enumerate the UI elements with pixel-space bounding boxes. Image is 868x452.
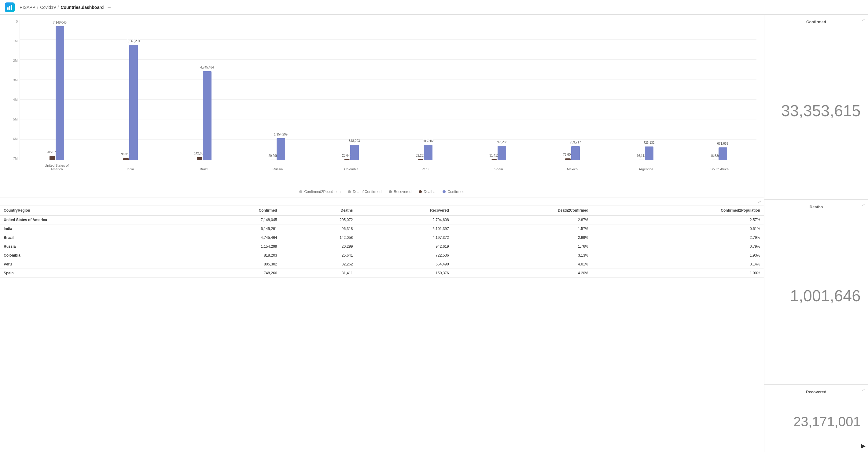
- cell-recovered-5: 664,490: [357, 260, 453, 269]
- kpi-confirmed-title: Confirmed: [769, 20, 863, 24]
- y-label-4m: 4M: [13, 98, 18, 101]
- deaths-bar-5[interactable]: 32,262: [418, 159, 423, 160]
- confirmed-bar-3[interactable]: 1,154,299: [277, 138, 285, 160]
- kpi-deaths: ⤢ Deaths 1,001,646: [765, 200, 868, 385]
- left-panel: 7M 6M 5M 4M 3M 2M 1M 0: [0, 15, 764, 452]
- chart-group-5: 32,262805,302Peru: [388, 20, 462, 160]
- confirmed-bar-0[interactable]: 7,148,045: [56, 26, 64, 160]
- cell-confirmed2pop-6: 1.90%: [592, 269, 764, 278]
- bars-wrapper-8: 16,113723,132: [609, 20, 683, 160]
- col-confirmed2pop: Confirmed2Population: [592, 206, 764, 215]
- confirmed-dot: [442, 190, 445, 193]
- legend-recovered-label: Recovered: [394, 190, 411, 194]
- bars-wrapper-5: 32,262805,302: [388, 20, 462, 160]
- cell-confirmed-5: 805,302: [186, 260, 281, 269]
- cell-confirmed2pop-5: 3.14%: [592, 260, 764, 269]
- confirmed-label-6: 748,266: [496, 140, 507, 144]
- confirmed-bar-2[interactable]: 4,745,464: [203, 71, 212, 160]
- deaths-bar-0[interactable]: 205,072: [50, 156, 55, 160]
- bars-wrapper-1: 96,3186,145,291: [94, 20, 167, 160]
- main-layout: 7M 6M 5M 4M 3M 2M 1M 0: [0, 15, 868, 452]
- x-label-1: India: [117, 167, 144, 171]
- table-row[interactable]: Spain 748,266 31,411 150,376 4.20% 1.90%: [0, 269, 764, 278]
- chart-group-6: 31,411748,266Spain: [462, 20, 535, 160]
- kpi-deaths-value: 1,001,646: [769, 212, 863, 380]
- deaths-bar-9[interactable]: 16,586: [712, 160, 718, 160]
- table-expand-icon[interactable]: ⤢: [758, 200, 761, 204]
- col-country: CountryRegion: [0, 206, 186, 215]
- app-name[interactable]: IRISAPP: [18, 5, 35, 10]
- kpi-recovered-title: Recovered: [769, 390, 863, 394]
- kpi-recovered-value: 23,171,001: [769, 397, 863, 447]
- cell-death2confirmed-6: 4.20%: [453, 269, 592, 278]
- chart-legend: Confirmed2Population Death2Confirmed Rec…: [7, 187, 756, 195]
- y-label-7m: 7M: [13, 157, 18, 160]
- y-label-6m: 6M: [13, 137, 18, 141]
- cell-country-4: Colombia: [0, 251, 186, 260]
- breadcrumb-section[interactable]: Covid19: [40, 5, 56, 10]
- breadcrumb: IRISAPP / Covid19 / Countries.dashboard …: [18, 5, 112, 10]
- cell-confirmed-3: 1,154,299: [186, 242, 281, 251]
- deaths-bar-8[interactable]: 16,113: [639, 160, 644, 160]
- data-table: CountryRegion Confirmed Deaths Recovered…: [0, 206, 764, 278]
- table-row[interactable]: United States of America 7,148,045 205,0…: [0, 215, 764, 224]
- confirmed-bar-7[interactable]: 733,717: [571, 146, 580, 160]
- deaths-bar-4[interactable]: 25,641: [344, 159, 350, 160]
- y-label-1m: 1M: [13, 39, 18, 43]
- x-label-5: Peru: [411, 167, 439, 171]
- confirmed-bar-9[interactable]: 671,669: [718, 147, 727, 160]
- confirmed-label-1: 6,145,291: [127, 39, 140, 43]
- legend-death2confirmed: Death2Confirmed: [348, 190, 381, 194]
- confirmed-bar-1[interactable]: 6,145,291: [129, 45, 138, 160]
- table-row[interactable]: Colombia 818,203 25,641 722,536 3.13% 1.…: [0, 251, 764, 260]
- deaths-bar-1[interactable]: 96,318: [123, 158, 129, 160]
- legend-confirmed2pop: Confirmed2Population: [299, 190, 340, 194]
- confirmed-label-2: 4,745,464: [200, 66, 214, 69]
- kpi-confirmed-expand[interactable]: ⤢: [862, 18, 865, 22]
- cell-confirmed2pop-4: 1.93%: [592, 251, 764, 260]
- table-row[interactable]: Peru 805,302 32,262 664,490 4.01% 3.14%: [0, 260, 764, 269]
- confirmed-bar-8[interactable]: 723,132: [645, 147, 653, 160]
- cell-country-5: Peru: [0, 260, 186, 269]
- cell-country-0: United States of America: [0, 215, 186, 224]
- deaths-bar-3[interactable]: 20,299: [271, 160, 276, 160]
- cell-confirmed2pop-0: 2.57%: [592, 215, 764, 224]
- svg-rect-0: [7, 7, 8, 10]
- chart-group-7: 76,603733,717Mexico: [535, 20, 609, 160]
- confirmed-bar-6[interactable]: 748,266: [498, 146, 506, 160]
- cell-recovered-4: 722,536: [357, 251, 453, 260]
- cell-death2confirmed-2: 2.99%: [453, 233, 592, 242]
- x-label-4: Colombia: [338, 167, 365, 171]
- kpi-deaths-expand[interactable]: ⤢: [862, 203, 865, 207]
- confirmed-bar-5[interactable]: 805,302: [424, 145, 432, 160]
- bars-wrapper-3: 20,2991,154,299: [241, 20, 314, 160]
- cell-deaths-6: 31,411: [281, 269, 357, 278]
- cell-confirmed2pop-2: 2.79%: [592, 233, 764, 242]
- legend-deaths: Deaths: [419, 190, 435, 194]
- table-row[interactable]: Brazil 4,745,464 142,058 4,197,372 2.99%…: [0, 233, 764, 242]
- cell-confirmed-4: 818,203: [186, 251, 281, 260]
- deaths-bar-2[interactable]: 142,058: [197, 157, 202, 160]
- y-label-2m: 2M: [13, 59, 18, 62]
- cell-death2confirmed-0: 2.87%: [453, 215, 592, 224]
- deaths-bar-7[interactable]: 76,603: [565, 158, 570, 160]
- death2confirmed-dot: [348, 190, 351, 193]
- kpi-recovered-expand[interactable]: ⤢: [862, 388, 865, 392]
- deaths-dot: [419, 190, 422, 193]
- confirmed-label-9: 671,669: [717, 142, 728, 145]
- col-recovered: Recovered: [357, 206, 453, 215]
- table-row[interactable]: India 6,145,291 96,318 5,101,397 1.57% 0…: [0, 224, 764, 233]
- y-label-0: 0: [16, 20, 18, 23]
- deaths-bar-6[interactable]: 31,411: [492, 159, 497, 160]
- bars-wrapper-6: 31,411748,266: [462, 20, 535, 160]
- confirmed-bar-4[interactable]: 818,203: [350, 145, 359, 160]
- confirmed-label-4: 818,203: [349, 139, 360, 143]
- cell-confirmed-0: 7,148,045: [186, 215, 281, 224]
- chart-group-9: 16,586671,669South Africa: [683, 20, 756, 160]
- chart-group-0: 205,0727,148,045United States of America: [20, 20, 94, 160]
- cell-death2confirmed-1: 1.57%: [453, 224, 592, 233]
- legend-confirmed: Confirmed: [442, 190, 464, 194]
- x-label-2: Brazil: [190, 167, 218, 171]
- table-row[interactable]: Russia 1,154,299 20,299 942,619 1.76% 0.…: [0, 242, 764, 251]
- confirmed2pop-dot: [299, 190, 302, 193]
